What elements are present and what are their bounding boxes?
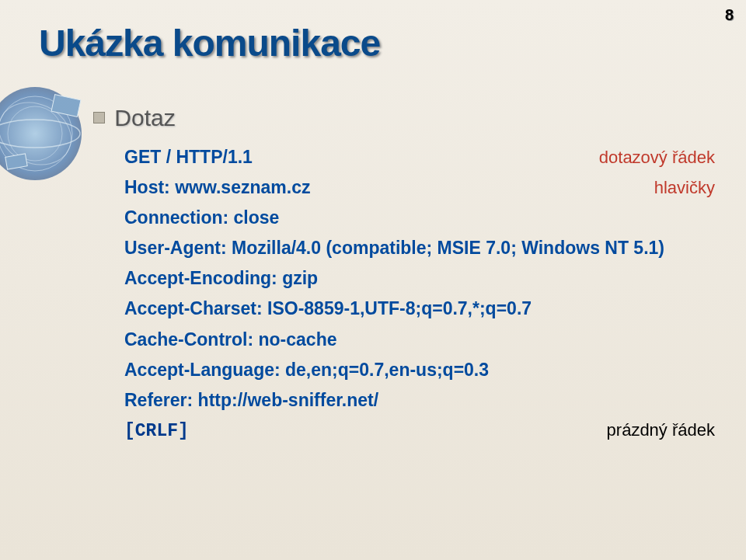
code-line: Connection: close xyxy=(124,203,715,233)
slide-title: Ukázka komunikace xyxy=(39,22,380,64)
note-headers: hlavičky xyxy=(639,173,715,202)
page-number: 8 xyxy=(725,6,734,24)
crlf-marker: [CRLF] xyxy=(124,416,189,447)
code-line: Accept-Charset: ISO-8859-1,UTF-8;q=0.7,*… xyxy=(124,294,715,324)
code-line: Referer: http://web-sniffer.net/ xyxy=(124,385,715,416)
code-line: User-Agent: Mozilla/4.0 (compatible; MSI… xyxy=(124,233,715,263)
crlf-row: [CRLF] prázdný řádek xyxy=(124,416,715,447)
code-line: Accept-Language: de,en;q=0.7,en-us;q=0.3 xyxy=(124,355,715,385)
code-line: Accept-Encoding: gzip xyxy=(124,263,715,294)
http-request-block: GET / HTTP/1.1 dotazový řádek Host: www.… xyxy=(124,142,715,447)
note-empty-line: prázdný řádek xyxy=(591,416,715,444)
note-request-line: dotazový řádek xyxy=(584,143,715,172)
decorative-graphic xyxy=(0,78,101,186)
code-line: GET / HTTP/1.1 xyxy=(124,142,253,172)
request-line-row: GET / HTTP/1.1 dotazový řádek xyxy=(124,142,715,172)
bullet-icon xyxy=(93,112,105,123)
subheading: Dotaz xyxy=(93,105,715,131)
subheading-text: Dotaz xyxy=(114,105,175,130)
header-host-row: Host: www.seznam.cz hlavičky xyxy=(124,172,715,203)
code-line: Cache-Control: no-cache xyxy=(124,325,715,355)
code-line: Host: www.seznam.cz xyxy=(124,172,310,203)
content-area: Dotaz GET / HTTP/1.1 dotazový řádek Host… xyxy=(93,105,715,447)
